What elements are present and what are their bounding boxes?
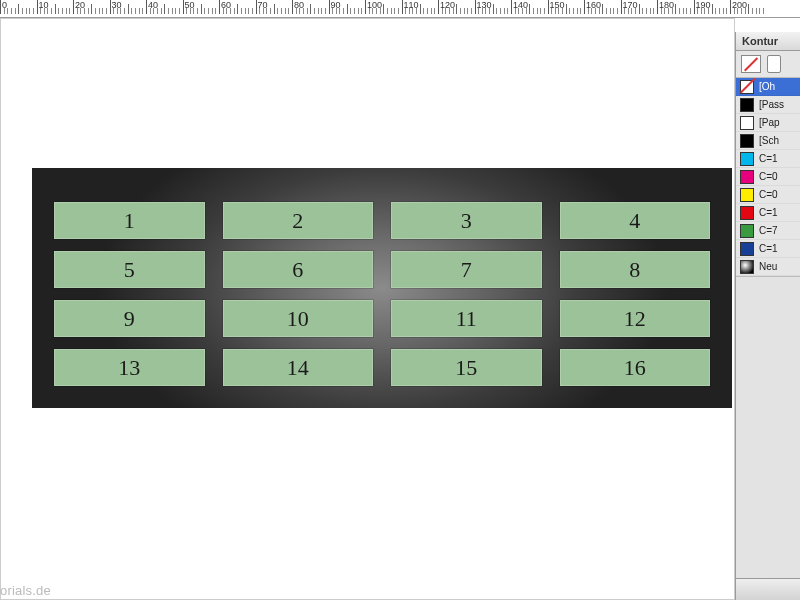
swatch-color-icon — [740, 242, 754, 256]
swatch-row[interactable]: Neu — [736, 258, 800, 276]
swatch-color-icon — [740, 224, 754, 238]
grid-cell[interactable]: 8 — [560, 251, 711, 288]
swatch-color-icon — [740, 152, 754, 166]
grid-cell[interactable]: 3 — [391, 202, 542, 239]
panel-empty-area — [736, 276, 800, 578]
swatch-row[interactable]: C=0 — [736, 168, 800, 186]
swatch-label: [Sch — [759, 135, 779, 146]
grid-cell[interactable]: 4 — [560, 202, 711, 239]
swatch-row[interactable]: C=1 — [736, 240, 800, 258]
grid-cell[interactable]: 9 — [54, 300, 205, 337]
swatch-list: [Oh[Pass[Pap[SchC=1C=0C=0C=1C=7C=1Neu — [736, 78, 800, 276]
swatch-label: C=1 — [759, 243, 778, 254]
swatch-row[interactable]: C=1 — [736, 204, 800, 222]
grid-cell[interactable]: 15 — [391, 349, 542, 386]
swatch-color-icon — [740, 98, 754, 112]
swatches-panel[interactable]: Kontur [Oh[Pass[Pap[SchC=1C=0C=0C=1C=7C=… — [735, 32, 800, 600]
swatch-label: C=0 — [759, 189, 778, 200]
swatch-label: [Oh — [759, 81, 775, 92]
swatch-label: [Pass — [759, 99, 784, 110]
grid-cell[interactable]: 13 — [54, 349, 205, 386]
grid-cell[interactable]: 12 — [560, 300, 711, 337]
swatch-color-icon — [740, 80, 754, 94]
swatch-row[interactable]: C=0 — [736, 186, 800, 204]
grid-cell[interactable]: 5 — [54, 251, 205, 288]
swatch-row[interactable]: [Sch — [736, 132, 800, 150]
swatch-row[interactable]: [Oh — [736, 78, 800, 96]
grid-cell[interactable]: 6 — [223, 251, 374, 288]
swatch-color-icon — [740, 170, 754, 184]
grid-cell[interactable]: 2 — [223, 202, 374, 239]
swatch-label: [Pap — [759, 117, 780, 128]
grid-cell[interactable]: 11 — [391, 300, 542, 337]
grid-cell[interactable]: 14 — [223, 349, 374, 386]
grid-cell[interactable]: 16 — [560, 349, 711, 386]
swatch-label: C=1 — [759, 207, 778, 218]
document-canvas[interactable]: 12345678910111213141516 — [0, 18, 735, 600]
swatch-color-icon — [740, 260, 754, 274]
swatch-row[interactable]: [Pap — [736, 114, 800, 132]
swatch-label: C=7 — [759, 225, 778, 236]
horizontal-ruler: 0102030405060708090100110120130140150160… — [0, 0, 800, 18]
swatch-color-icon — [740, 116, 754, 130]
swatch-row[interactable]: C=1 — [736, 150, 800, 168]
swatch-color-icon — [740, 134, 754, 148]
gradient-background-frame[interactable]: 12345678910111213141516 — [32, 168, 732, 408]
panel-toolbar — [736, 51, 800, 78]
swatch-label: Neu — [759, 261, 777, 272]
grid-cell[interactable]: 1 — [54, 202, 205, 239]
stroke-fill-icon[interactable] — [741, 55, 761, 73]
swatch-row[interactable]: [Pass — [736, 96, 800, 114]
swatch-row[interactable]: C=7 — [736, 222, 800, 240]
grid-cell[interactable]: 7 — [391, 251, 542, 288]
watermark-text: orials.de — [0, 583, 51, 598]
swatch-label: C=1 — [759, 153, 778, 164]
swatch-color-icon — [740, 188, 754, 202]
swatch-label: C=0 — [759, 171, 778, 182]
panel-tab-kontur[interactable]: Kontur — [736, 32, 800, 51]
swatch-color-icon — [740, 206, 754, 220]
panel-footer — [736, 578, 800, 600]
numbered-cell-grid: 12345678910111213141516 — [32, 168, 732, 408]
panel-options-icon[interactable] — [767, 55, 781, 73]
grid-cell[interactable]: 10 — [223, 300, 374, 337]
